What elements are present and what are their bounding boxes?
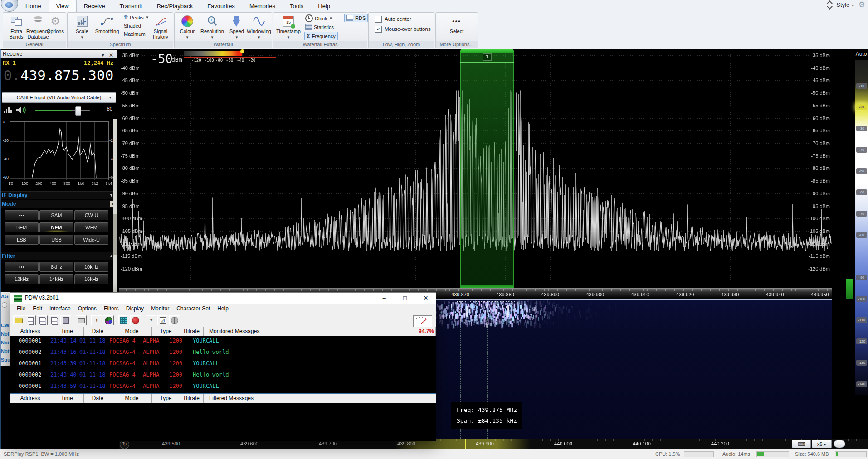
windowing-button[interactable]: Windowing▼ [246,14,272,40]
column-header-mode[interactable]: Mode [112,394,152,403]
clock-button[interactable]: Clock▼ [305,14,332,22]
pan-button[interactable]: ↔ [834,440,845,448]
tuned-frequency[interactable]: 0.439.875.300 [0,67,117,83]
volume-handle[interactable] [75,106,81,116]
range-tick--90[interactable]: -90 [856,275,867,280]
column-header-monitored-messages[interactable]: Monitored Messages [204,327,436,336]
rx-passband-region[interactable]: 1 [460,49,514,299]
filter-14khz-button[interactable]: 14kHz [39,274,73,284]
section-mode[interactable]: Mode▲ [0,200,117,208]
tab-favourites[interactable]: Favourites [200,0,242,12]
signal-history-button[interactable]: Signal History [150,14,171,39]
select-button[interactable]: ••• Select [444,14,470,34]
save-disk-icon[interactable] [60,315,71,325]
monitor-window-icon[interactable] [118,315,129,325]
volume-slider[interactable] [35,110,90,111]
message-row[interactable]: 000000121:43:1401-11-18POCSAG-4ALPHA1200… [10,336,436,348]
tab-transmit[interactable]: Transmit [112,0,150,12]
resolution-button[interactable]: + Resolution▼ [198,14,226,40]
filter-10khz-button[interactable]: 10kHz [74,262,108,272]
column-header-address[interactable]: Address [10,394,50,403]
column-header-time[interactable]: Time [50,394,84,403]
monitored-messages-list[interactable]: 000000121:43:1401-11-18POCSAG-4ALPHA1200… [10,336,436,393]
smoothing-button[interactable]: Smoothing [93,14,121,34]
shaded-button[interactable]: Shaded [124,22,141,29]
pdw-menu-edit[interactable]: Edit [29,305,46,312]
column-header-address[interactable]: Address [10,327,50,336]
style-button[interactable]: Style ▼ [836,1,854,8]
range-tick--80[interactable]: -80 [856,232,867,238]
pdw-menu-display[interactable]: Display [122,305,147,312]
section-if-display[interactable]: IF Display▼ [0,191,117,199]
copy-page-icon[interactable] [25,315,36,325]
maximize-button[interactable]: □ [395,293,415,304]
frequency-toggle-button[interactable]: Σ Frequency [304,32,338,40]
scrollbar-thumb[interactable] [113,214,117,255]
message-row[interactable]: 000000121:43:5901-11-18POCSAG-4ALPHA1200… [10,382,436,393]
colorbar[interactable] [184,51,243,56]
mode---button[interactable]: ••• [5,210,39,220]
maximum-button[interactable]: Maximum [124,30,146,38]
record-stop-icon[interactable] [130,315,141,325]
column-header-date[interactable]: Date [84,394,112,403]
mode-usb-button[interactable]: USB [39,235,73,245]
tab-home[interactable]: Home [18,0,49,12]
pdw-menu-interface[interactable]: Interface [46,305,74,312]
copy-page-3-icon[interactable] [49,315,59,325]
speed-button[interactable]: Speed▼ [226,14,247,40]
mode-sam-button[interactable]: SAM [39,210,73,220]
pdw-menu-character-set[interactable]: Character Set [173,305,214,312]
message-row[interactable]: 000000121:43:3901-11-18POCSAG-4ALPHA1200… [10,359,436,370]
minimize-box-icon[interactable]: ◿ [157,315,168,325]
reference-level[interactable]: -50 [151,52,173,66]
pdw-title-bar[interactable]: PDW v3.2b01 – □ ✕ [10,293,436,304]
spectrum-display[interactable]: -50 dBm -120-100-80-60-40-20 -35 dBm-40 … [119,49,832,299]
column-header-mode[interactable]: Mode [112,327,152,336]
column-header-type[interactable]: Type [152,394,180,403]
peaks-button[interactable]: ⇈ Peaks▼ [124,14,149,21]
column-header-filtered-messages[interactable]: Filtered Messages [204,394,436,403]
pdw-menu-filters[interactable]: Filters [100,305,122,312]
copy-page-2-icon[interactable] [37,315,48,325]
mode-bfm-button[interactable]: BFM [5,222,39,232]
range-tick--10[interactable]: -10 [856,83,867,89]
audio-device-select[interactable]: CABLE Input (VB-Audio Virtual Cable) ▼ [2,92,116,103]
mode-nfm-button[interactable]: NFM [39,222,73,232]
globe-icon[interactable] [169,315,180,325]
modes-pie-icon[interactable] [103,315,114,325]
column-header-time[interactable]: Time [50,327,84,336]
range-tick--40[interactable]: -40 [856,147,867,153]
collapse-ribbon-icon[interactable] [826,2,833,8]
alert-icon[interactable]: ! [91,315,102,325]
section-filter[interactable]: Filter▲ [0,252,117,260]
tab-view[interactable]: View [49,0,77,12]
speaker-icon[interactable] [15,105,27,115]
range-tick--140[interactable]: -140 [856,381,867,387]
column-header-date[interactable]: Date [84,327,112,336]
range-tick--110[interactable]: -110 [856,317,867,323]
open-folder-icon[interactable] [13,315,24,325]
range-tick--30[interactable]: -30 [856,126,867,131]
column-header-bitrate[interactable]: Bitrate [180,394,204,403]
colour-button[interactable]: Colour▼ [176,14,198,40]
tab-rec-playback[interactable]: Rec/Playback [150,0,200,12]
filtered-messages-list[interactable] [10,403,436,441]
passband-body[interactable] [460,53,514,285]
message-row[interactable]: 000000221:43:4001-11-18POCSAG-4ALPHA1200… [10,370,436,382]
colorbar-marker[interactable] [240,49,244,53]
pdw-decoder-window[interactable]: PDW v3.2b01 – □ ✕ FileEditInterfaceOptio… [10,292,436,440]
range-tick--100[interactable]: -100 [856,296,867,302]
equalizer-icon[interactable] [4,107,12,113]
filter---button[interactable]: ••• [5,262,39,272]
range-limit-line[interactable] [854,266,868,266]
column-header-type[interactable]: Type [152,327,180,336]
mode-lsb-button[interactable]: LSB [5,235,39,245]
filter-8khz-button[interactable]: 8kHz [39,262,73,272]
passband-top-cap[interactable] [460,49,514,53]
pdw-menu-options[interactable]: Options [74,305,100,312]
close-button[interactable]: ✕ [416,293,436,304]
column-header-bitrate[interactable]: Bitrate [180,327,204,336]
tab-receive[interactable]: Receive [77,0,112,12]
range-tick--130[interactable]: -130 [856,360,867,366]
mode-cw-u-button[interactable]: CW-U [74,210,108,220]
